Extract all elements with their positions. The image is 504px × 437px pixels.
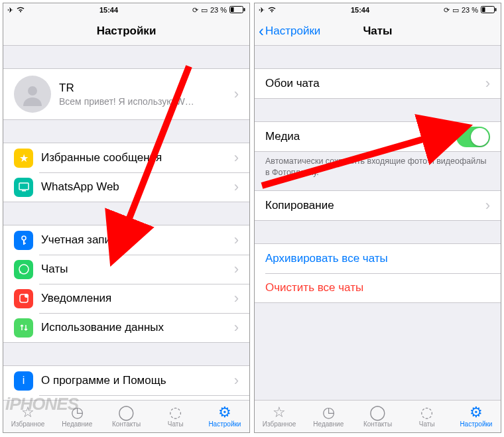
status-bar: ✈︎ 15:44 ⟳ ▭ 23 % (255, 3, 501, 17)
row-label: Медиа (265, 130, 456, 143)
tab-label: Контакты (112, 420, 141, 428)
row-label: WhatsApp Web (41, 180, 230, 194)
tab-favorites[interactable]: ☆ Избранное (255, 401, 304, 432)
bell-icon (14, 289, 33, 308)
nav-title: Настройки (97, 25, 157, 38)
row-notifications[interactable]: Уведомления › (3, 284, 249, 313)
chevron-right-icon: › (234, 86, 239, 103)
tab-label: Контакты (363, 420, 392, 428)
chats-icon: ◌ (169, 405, 182, 420)
info-icon: i (14, 371, 33, 391)
tab-contacts[interactable]: ◯ Контакты (353, 401, 402, 432)
tab-label: Избранное (263, 420, 296, 428)
key-icon (14, 231, 33, 250)
profile-status: Всем привет! Я использую W… (59, 96, 230, 107)
row-label: Очистить все чаты (265, 281, 490, 294)
row-backup[interactable]: Копирование › (255, 191, 501, 220)
profile-cell[interactable]: TR Всем привет! Я использую W… › (3, 69, 249, 119)
tab-label: Настройки (208, 420, 241, 428)
media-footer: Автоматически сохранять входящие фото и … (255, 152, 501, 178)
row-clear-all[interactable]: Очистить все чаты (255, 273, 501, 302)
svg-point-11 (25, 294, 29, 298)
svg-rect-7 (23, 240, 25, 245)
chevron-right-icon: › (485, 197, 490, 214)
row-account[interactable]: Учетная запись › (3, 225, 249, 255)
tab-label: Чаты (419, 420, 435, 428)
tab-label: Избранное (11, 420, 45, 428)
svg-rect-13 (495, 8, 497, 11)
watermark: iPHONES (5, 394, 78, 414)
row-wallpaper[interactable]: Обои чата › (255, 69, 501, 98)
row-about[interactable]: i О программе и Помощь › (3, 366, 249, 395)
tab-settings[interactable]: ⚙ Настройки (452, 401, 501, 432)
battery-icon (481, 6, 497, 15)
chevron-right-icon: › (234, 290, 239, 307)
toggle-knob (471, 128, 489, 146)
row-label: Уведомления (41, 292, 230, 305)
tab-chats[interactable]: ◌ Чаты (151, 401, 200, 432)
airplane-icon: ✈︎ (7, 6, 13, 15)
row-label: Учетная запись (41, 233, 230, 247)
row-whatsapp-web[interactable]: WhatsApp Web › (3, 172, 249, 202)
svg-rect-2 (231, 7, 234, 12)
row-archive-all[interactable]: Архивировать все чаты (255, 244, 501, 273)
gear-icon: ⚙ (218, 405, 231, 420)
clock-icon: ◷ (322, 405, 335, 420)
status-bar: ✈︎ 15:44 ⟳ ▭ 23 % (3, 3, 249, 17)
battery-icon (229, 6, 245, 15)
nav-bar: ‹ Настройки Чаты (255, 17, 501, 46)
row-label: Чаты (41, 263, 230, 276)
chats-settings-content[interactable]: Обои чата › Медиа Автоматически сохранят… (255, 46, 501, 400)
portrait-icon: ▭ (201, 6, 208, 15)
settings-content[interactable]: TR Всем привет! Я использую W… › ★ Избра… (3, 46, 249, 400)
tab-chats[interactable]: ◌ Чаты (403, 401, 452, 432)
battery-pct: 23 % (462, 6, 478, 14)
row-label: Использование данных (41, 321, 230, 334)
chevron-right-icon: › (234, 149, 239, 166)
row-media-toggle[interactable]: Медиа (255, 122, 501, 151)
avatar (14, 76, 51, 113)
tab-label: Недавние (62, 420, 92, 428)
svg-rect-4 (19, 183, 29, 190)
orientation-lock-icon: ⟳ (444, 6, 450, 15)
nav-bar: Настройки (3, 17, 249, 46)
tab-label: Настройки (460, 420, 492, 428)
airplane-icon: ✈︎ (259, 6, 265, 15)
svg-rect-14 (482, 7, 485, 12)
back-button[interactable]: ‹ Настройки (259, 23, 320, 39)
screen-settings: ✈︎ 15:44 ⟳ ▭ 23 % Настройки (3, 3, 250, 433)
row-label: О программе и Помощь (41, 374, 230, 387)
nav-title: Чаты (363, 25, 392, 38)
person-icon: ◯ (369, 405, 386, 420)
row-label: Обои чата (265, 77, 481, 90)
person-icon: ◯ (118, 405, 135, 420)
row-data-usage[interactable]: Использование данных › (3, 313, 249, 342)
wifi-icon (267, 6, 277, 14)
tab-label: Недавние (313, 420, 344, 428)
chevron-right-icon: › (234, 319, 239, 336)
svg-rect-1 (244, 8, 245, 11)
wifi-icon (16, 6, 25, 14)
arrows-icon (14, 318, 33, 338)
chevron-right-icon: › (485, 75, 490, 92)
tab-label: Чаты (168, 420, 184, 428)
star-outline-icon: ☆ (273, 405, 286, 420)
row-starred[interactable]: ★ Избранные сообщения › (3, 143, 249, 172)
status-time: 15:44 (351, 6, 369, 14)
back-label: Настройки (265, 25, 320, 38)
row-label: Архивировать все чаты (265, 252, 490, 265)
media-toggle[interactable] (456, 127, 490, 147)
tab-recents[interactable]: ◷ Недавние (304, 401, 353, 432)
whatsapp-icon (14, 260, 33, 279)
row-label: Копирование (265, 199, 481, 212)
profile-name: TR (59, 82, 230, 95)
star-icon: ★ (14, 149, 33, 168)
row-chats[interactable]: Чаты › (3, 255, 249, 284)
monitor-icon (14, 178, 33, 197)
chevron-left-icon: ‹ (259, 23, 264, 39)
chats-icon: ◌ (420, 405, 433, 420)
tab-contacts[interactable]: ◯ Контакты (101, 401, 151, 432)
tab-bar: ☆ Избранное ◷ Недавние ◯ Контакты ◌ Чаты… (255, 400, 501, 432)
tab-settings[interactable]: ⚙ Настройки (200, 401, 249, 432)
chevron-right-icon: › (234, 261, 239, 278)
